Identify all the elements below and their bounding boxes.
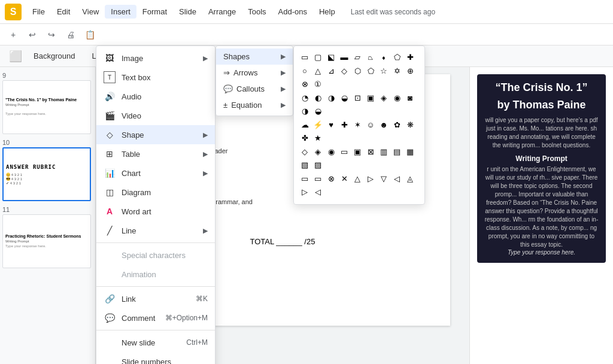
shape-half-r[interactable]: ◒ [312, 105, 324, 117]
shape-circle-x2[interactable]: ⊗ [325, 172, 337, 184]
redo-button[interactable]: ↪ [43, 26, 60, 43]
background-button[interactable]: Background [26, 49, 82, 63]
shape-chevron-l[interactable]: ◁ [312, 186, 324, 198]
shape-diamond[interactable]: ⬧ [378, 51, 390, 63]
menu-item-shape[interactable]: ◇ Shape ▶ [96, 125, 215, 144]
slide-thumb-9[interactable]: 9 "The Crisis No. 1" by Thomas Paine Wri… [2, 72, 91, 134]
shape-star-fill[interactable]: ★ [312, 132, 324, 144]
shape-tri2[interactable]: △ [351, 172, 363, 184]
shape-plus[interactable]: ✚ [338, 119, 350, 131]
shape-square-dot[interactable]: ⊡ [351, 92, 363, 104]
menu-item-comment[interactable]: 💬 Comment ⌘+Option+M [96, 308, 215, 327]
shape-circle-plus[interactable]: ⊕ [404, 65, 416, 77]
menu-item-chart[interactable]: 📊 Chart ▶ [96, 163, 215, 183]
menu-format[interactable]: Format [136, 5, 173, 19]
shape-star-burst[interactable]: ❋ [404, 119, 416, 131]
submenu-equation[interactable]: ± Equation ▶ [216, 97, 293, 113]
menu-item-table[interactable]: ⊞ Table ▶ [96, 144, 215, 163]
shape-heart[interactable]: ♥ [325, 119, 337, 131]
menu-addons[interactable]: Add-ons [272, 5, 313, 19]
shape-right-triangle[interactable]: ⊿ [325, 65, 337, 77]
shape-kite[interactable]: ◇ [338, 65, 350, 77]
menu-item-textbox[interactable]: T Text box [96, 68, 215, 87]
shape-sq-v[interactable]: ▤ [391, 145, 403, 157]
menu-item-line[interactable]: ╱ Line ▶ [96, 221, 215, 240]
shape-sq-fill[interactable]: ▣ [351, 145, 363, 157]
shape-star8[interactable]: ✶ [351, 119, 363, 131]
shape-hexagon[interactable]: ⬡ [351, 65, 363, 77]
shape-rect-fill[interactable]: ▣ [365, 92, 377, 104]
shape-lightning[interactable]: ⚡ [312, 119, 324, 131]
shape-half-l[interactable]: ◑ [299, 105, 311, 117]
shape-frame[interactable]: ◒ [338, 92, 350, 104]
shape-octagon[interactable]: ⬠ [391, 51, 403, 63]
undo-button[interactable]: ↩ [24, 26, 41, 43]
shape-cloud[interactable]: ☁ [299, 119, 311, 131]
submenu-shapes[interactable]: Shapes ▶ [216, 48, 293, 65]
shape-x[interactable]: ✕ [338, 172, 350, 184]
menu-slide[interactable]: Slide [173, 5, 202, 19]
shape-circle[interactable]: ○ [299, 65, 311, 77]
menu-edit[interactable]: Edit [51, 5, 76, 19]
shape-tri-right[interactable]: ▷ [365, 172, 377, 184]
shape-rounded-rect[interactable]: ▢ [312, 51, 324, 63]
shape-circle-rect[interactable]: ◙ [404, 92, 416, 104]
menu-arrange[interactable]: Arrange [202, 5, 242, 19]
menu-file[interactable]: File [26, 5, 51, 19]
menu-tools[interactable]: Tools [242, 5, 272, 19]
shape-parallelogram[interactable]: ▱ [351, 51, 363, 63]
shape-star5[interactable]: ☆ [378, 65, 390, 77]
slide-thumb-10[interactable]: 10 ANSWER RUBRIC 😊 4 3 2 1 😎 4 3 2 1 ✔ 4… [2, 139, 91, 201]
shape-circle-1[interactable]: ① [312, 78, 324, 90]
menu-item-wordart[interactable]: A Word art [96, 202, 215, 221]
shape-diamond3[interactable]: ◈ [312, 145, 324, 157]
shape-cylinder[interactable]: ▬ [338, 51, 350, 63]
add-button[interactable]: + [5, 26, 22, 43]
shape-star6[interactable]: ✡ [391, 65, 403, 77]
shape-diamond-sq[interactable]: ◈ [378, 92, 390, 104]
shape-tri-left[interactable]: ◁ [391, 172, 403, 184]
slide-icon-btn[interactable]: ⬜ [7, 48, 24, 65]
shape-cross[interactable]: ✚ [404, 51, 416, 63]
shape-circle-x[interactable]: ⊗ [299, 78, 311, 90]
menu-item-image[interactable]: 🖼 Image ▶ [96, 48, 215, 68]
shape-bullseye[interactable]: ◉ [325, 145, 337, 157]
shape-target[interactable]: ◉ [391, 92, 403, 104]
shape-sq-grid[interactable]: ▦ [404, 145, 416, 157]
shape-pentagon[interactable]: ⬠ [365, 65, 377, 77]
menu-item-new-slide[interactable]: New slide Ctrl+M [96, 333, 215, 352]
shape-sq-h[interactable]: ▥ [378, 145, 390, 157]
shape-snip-rect[interactable]: ⬕ [325, 51, 337, 63]
menu-item-video[interactable]: 🎬 Video [96, 106, 215, 125]
shape-rect2[interactable]: ▭ [338, 145, 350, 157]
shape-rect4[interactable]: ▭ [312, 172, 324, 184]
shape-pie[interactable]: ◑ [325, 92, 337, 104]
shape-trapezoid[interactable]: ⏢ [365, 51, 377, 63]
shape-sq-x[interactable]: ⊠ [365, 145, 377, 157]
shape-diamond2[interactable]: ◇ [299, 145, 311, 157]
paint-button[interactable]: 📋 [81, 26, 98, 43]
shape-flower[interactable]: ✿ [391, 119, 403, 131]
shape-rect3[interactable]: ▭ [299, 172, 311, 184]
shape-arc[interactable]: ◔ [299, 92, 311, 104]
shape-chevron[interactable]: ▷ [299, 186, 311, 198]
shape-smile-fill[interactable]: ☻ [378, 119, 390, 131]
shape-smile[interactable]: ☺ [365, 119, 377, 131]
print-button[interactable]: 🖨 [62, 26, 79, 43]
menu-item-slide-numbers[interactable]: Slide numbers [96, 352, 215, 364]
slide-thumb-11[interactable]: 11 Practicing Rhetoric: Student Sermons … [2, 206, 91, 268]
shape-tri-down[interactable]: ▽ [378, 172, 390, 184]
menu-help[interactable]: Help [313, 5, 341, 19]
menu-item-diagram[interactable]: ◫ Diagram [96, 183, 215, 202]
menu-item-audio[interactable]: 🔊 Audio [96, 87, 215, 106]
shape-asterisk[interactable]: ✤ [299, 132, 311, 144]
shape-triangle[interactable]: △ [312, 65, 324, 77]
menu-insert[interactable]: Insert [105, 5, 136, 19]
menu-item-link[interactable]: 🔗 Link ⌘K [96, 289, 215, 308]
shape-half-circle[interactable]: ◐ [312, 92, 324, 104]
submenu-callouts[interactable]: 💬 Callouts ▶ [216, 81, 293, 97]
shape-sq-diag[interactable]: ▧ [299, 159, 311, 171]
shape-tri-fill[interactable]: ◬ [404, 172, 416, 184]
shape-sq-diag2[interactable]: ▨ [312, 159, 324, 171]
shape-rect[interactable]: ▭ [299, 51, 311, 63]
